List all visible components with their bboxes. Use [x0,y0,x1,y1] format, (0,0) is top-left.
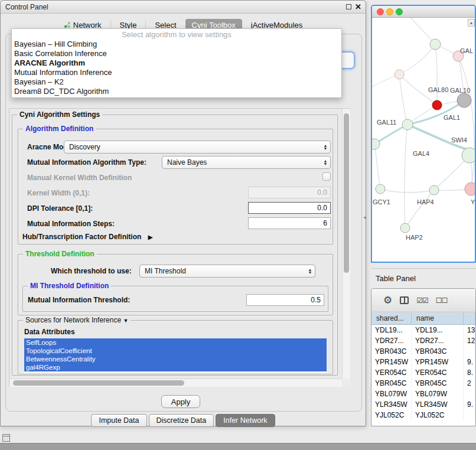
cell[interactable]: YBR043C [371,346,412,357]
zoom-traffic-light[interactable] [396,9,403,15]
column-header-name[interactable]: name [412,312,464,325]
kernel-width-field[interactable] [248,187,331,198]
cell[interactable] [464,410,475,420]
scrollbar-thumb[interactable] [344,113,349,273]
close-icon[interactable]: ✕ [355,2,361,11]
dropdown-item[interactable]: Bayesian – K2 [12,77,341,87]
table-row[interactable]: YDL19... YDL19... 13 [371,325,475,335]
table-row[interactable]: YPR145W YPR145W 9. [371,357,475,367]
cell[interactable]: YDR27... [371,335,412,346]
dropdown-item[interactable]: Dream8 DC_TDC Algorithm [12,87,341,96]
manual-kernel-checkbox[interactable] [322,172,331,181]
mi-type-combobox[interactable]: Naive Bayes ▲▼ [162,156,331,169]
cell[interactable]: YBR045C [371,378,412,389]
table-row[interactable]: YDR27... YDR27... 12 [371,335,475,346]
node-label: HAP2 [406,234,423,241]
hub-definition-expander[interactable]: Hub/Transcription Factor Definition ▶ [22,233,152,241]
network-node[interactable] [372,139,380,149]
network-node[interactable] [376,184,385,194]
cell[interactable]: YDL19... [371,325,412,335]
cell[interactable]: 8. [464,367,475,378]
cell[interactable]: YLR345W [371,399,412,410]
kernel-width-label: Kernel Width (0,1): [27,189,90,197]
network-canvas[interactable]: GAL GAL80 GAL10 GAL11 GAL1 SWI4 GAL4 GCY… [372,18,475,262]
minimize-traffic-light[interactable] [387,9,393,15]
cell[interactable]: YPR145W [412,357,464,367]
sources-expander[interactable]: Sources for Network Inference ▼ [23,316,131,325]
dropdown-item[interactable]: Basic Correlation Inference [12,49,341,58]
tab-impute-data[interactable]: Impute Data [91,414,146,427]
cell[interactable]: 9. [464,357,475,367]
attribute-item-selected[interactable]: SelfLoops [24,338,327,347]
network-node[interactable] [395,70,404,79]
tab-discretize-data[interactable]: Discretize Data [149,414,214,427]
select-all-icon[interactable]: ☑☑ [416,296,428,305]
float-window-icon[interactable] [346,4,351,9]
vertical-scrollbar[interactable] [342,109,350,379]
cell[interactable]: YBR043C [412,346,464,357]
mi-threshold-field[interactable] [246,294,324,306]
tab-infer-network[interactable]: Infer Network [216,414,275,427]
cell[interactable]: YJL052C [371,410,412,420]
apply-button[interactable]: Apply [161,395,200,408]
table-row[interactable]: YER054C YER054C 8. [371,367,475,378]
cell[interactable]: YER054C [371,367,412,378]
network-edge [399,44,435,74]
dropdown-item[interactable]: Mutual Information Inference [12,68,341,77]
network-node[interactable] [429,185,439,195]
scrollbar-thumb[interactable] [13,380,184,386]
minimized-panel-icon[interactable] [2,434,10,442]
control-panel-titlebar[interactable]: Control Panel ✕ [1,1,366,14]
table-row[interactable]: YBR043C YBR043C [371,346,475,357]
column-header-shared-name[interactable]: shared... [371,312,412,325]
cell[interactable]: YBL079W [371,389,412,399]
cell[interactable] [464,389,475,399]
network-node-gal10[interactable] [432,100,442,110]
cell[interactable]: YER054C [412,367,464,378]
cell[interactable]: 2 [464,378,475,389]
dropdown-item-selected[interactable]: ARACNE Algorithm [12,58,341,68]
table-row[interactable]: YBR045C YBR045C 2 [371,378,475,389]
table-row[interactable]: YJL052C YJL052C [371,410,475,420]
network-node[interactable] [430,39,441,50]
cell[interactable]: YLR345W [412,399,464,410]
columns-icon[interactable] [400,296,409,304]
cell[interactable]: 13 [464,325,475,335]
network-window-titlebar[interactable] [372,6,475,18]
splitpane-collapse-icon[interactable]: ◂ [363,214,366,220]
network-node[interactable] [402,119,413,130]
cell[interactable]: YPR145W [371,357,412,367]
cell[interactable]: 9. [464,399,475,410]
node-label: HAP4 [417,198,434,206]
network-edge [405,190,434,228]
network-node[interactable] [457,93,471,107]
scroll-up-arrow-icon[interactable]: ▲ [468,19,475,27]
mi-steps-field[interactable] [248,217,331,229]
dropdown-item[interactable]: Bayesian – Hill Climbing [12,40,341,49]
column-header[interactable] [464,312,475,325]
algorithm-dropdown-popup: Select algorithm to view settings Bayesi… [11,28,342,98]
network-node[interactable] [400,223,410,233]
dpi-tolerance-label: DPI Tolerance [0,1]: [27,204,93,213]
attribute-item-selected[interactable]: gal4RGexp [24,363,327,371]
close-traffic-light[interactable] [377,9,384,15]
dpi-tolerance-field[interactable] [248,202,331,214]
cell[interactable]: YBR045C [412,378,464,389]
network-node[interactable] [465,182,475,195]
settings-gear-icon[interactable]: ⚙ [383,295,392,305]
cell[interactable]: 12 [464,335,475,346]
cell[interactable] [464,346,475,357]
attribute-item-selected[interactable]: TopologicalCoefficient [24,347,327,355]
which-threshold-combobox[interactable]: MI Threshold ▲▼ [139,265,315,278]
aracne-mode-combobox[interactable]: Discovery ▲▼ [64,141,331,154]
network-node[interactable] [462,148,475,163]
cell[interactable]: YBL079W [412,389,464,399]
cell[interactable]: YJL052C [412,410,464,420]
cell[interactable]: YDR27... [412,335,464,346]
horizontal-scrollbar[interactable] [9,379,342,387]
table-row[interactable]: YLR345W YLR345W 9. [371,399,475,410]
deselect-all-icon[interactable]: ☐☐ [436,296,448,305]
cell[interactable]: YDL19... [412,325,464,335]
table-row[interactable]: YBL079W YBL079W [371,389,475,399]
attribute-item-selected[interactable]: BetweennessCentrality [24,355,327,363]
